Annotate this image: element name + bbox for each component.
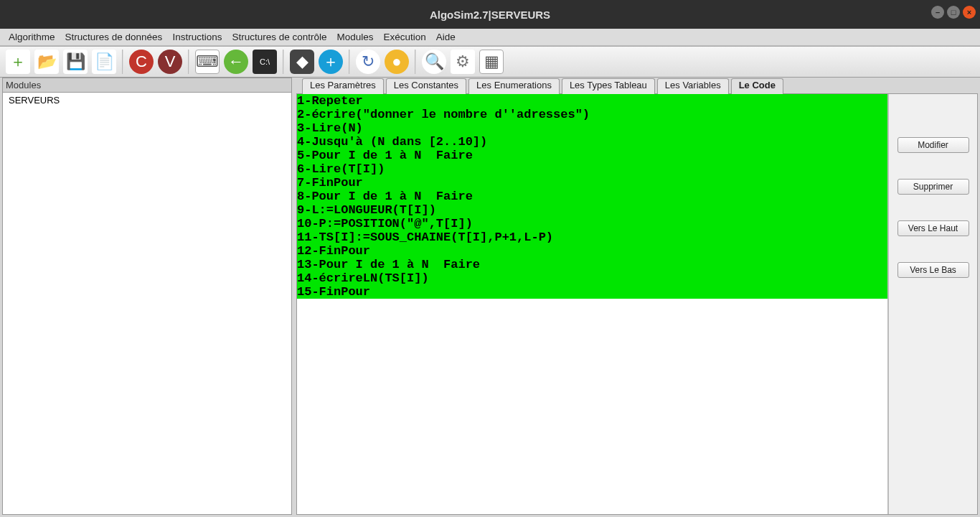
code-area[interactable]: 1-Repeter 2-écrire("donner le nombre d''…	[297, 94, 888, 514]
toolbar: ＋ 📂 💾 📄 C V ⌨ ← C:\ ◆ ＋ ↻ ● 🔍 ⚙ ▦	[0, 46, 980, 78]
window-icon[interactable]: ▦	[479, 50, 504, 74]
back-arrow-icon[interactable]: ←	[224, 50, 248, 74]
tab-enumerations[interactable]: Les Enumerations	[468, 78, 560, 94]
menu-aide[interactable]: Aide	[432, 31, 460, 43]
letter-v-icon[interactable]: V	[158, 50, 182, 74]
maximize-icon[interactable]: □	[947, 6, 960, 19]
title-bar: AlgoSim2.7|SERVEURS – □ ×	[0, 0, 980, 29]
supprimer-button[interactable]: Supprimer	[897, 179, 969, 195]
modules-panel-header: Modules	[3, 78, 291, 93]
new-file-icon[interactable]: ＋	[6, 50, 30, 74]
cube-icon[interactable]: ◆	[290, 50, 314, 74]
menu-bar: Algorithme Structures de données Instruc…	[0, 29, 980, 46]
open-file-icon[interactable]: 📂	[34, 50, 59, 74]
vers-le-haut-button[interactable]: Vers Le Haut	[897, 220, 969, 236]
gear-icon[interactable]: ⚙	[451, 50, 475, 74]
yellow-circle-icon[interactable]: ●	[385, 50, 409, 74]
vers-le-bas-button[interactable]: Vers Le Bas	[897, 262, 969, 278]
menu-algorithme[interactable]: Algorithme	[4, 31, 60, 43]
tab-types-tableau[interactable]: Les Types Tableau	[562, 78, 655, 94]
action-panel: Modifier Supprimer Vers Le Haut Vers Le …	[888, 94, 977, 514]
add-icon[interactable]: ＋	[319, 50, 343, 74]
save-file-icon[interactable]: 💾	[63, 50, 88, 74]
modifier-button[interactable]: Modifier	[897, 137, 969, 153]
tab-variables[interactable]: Les Variables	[657, 78, 729, 94]
tab-parametres[interactable]: Les Paramètres	[302, 78, 384, 94]
tab-constantes[interactable]: Les Constantes	[386, 78, 466, 94]
terminal-icon[interactable]: C:\	[253, 50, 277, 74]
menu-instructions[interactable]: Instructions	[168, 31, 226, 43]
menu-structures-controle[interactable]: Structures de contrôle	[227, 31, 331, 43]
window-title: AlgoSim2.7|SERVEURS	[430, 9, 550, 21]
modules-panel: Modules SERVEURS	[2, 78, 292, 515]
close-icon[interactable]: ×	[963, 6, 976, 19]
zoom-icon[interactable]: 🔍	[422, 50, 446, 74]
keyboard-icon[interactable]: ⌨	[195, 50, 220, 74]
refresh-icon[interactable]: ↻	[356, 50, 380, 74]
module-item[interactable]: SERVEURS	[3, 93, 291, 108]
export-pdf-icon[interactable]: 📄	[92, 50, 116, 74]
menu-execution[interactable]: Exécution	[380, 31, 430, 43]
menu-structures-donnees[interactable]: Structures de données	[61, 31, 167, 43]
tab-bar: Les Paramètres Les Constantes Les Enumer…	[296, 78, 978, 93]
code-text: 1-Repeter 2-écrire("donner le nombre d''…	[297, 94, 887, 299]
tab-code[interactable]: Le Code	[731, 78, 783, 94]
letter-c-icon[interactable]: C	[129, 50, 154, 74]
menu-modules[interactable]: Modules	[332, 31, 377, 43]
minimize-icon[interactable]: –	[931, 6, 944, 19]
